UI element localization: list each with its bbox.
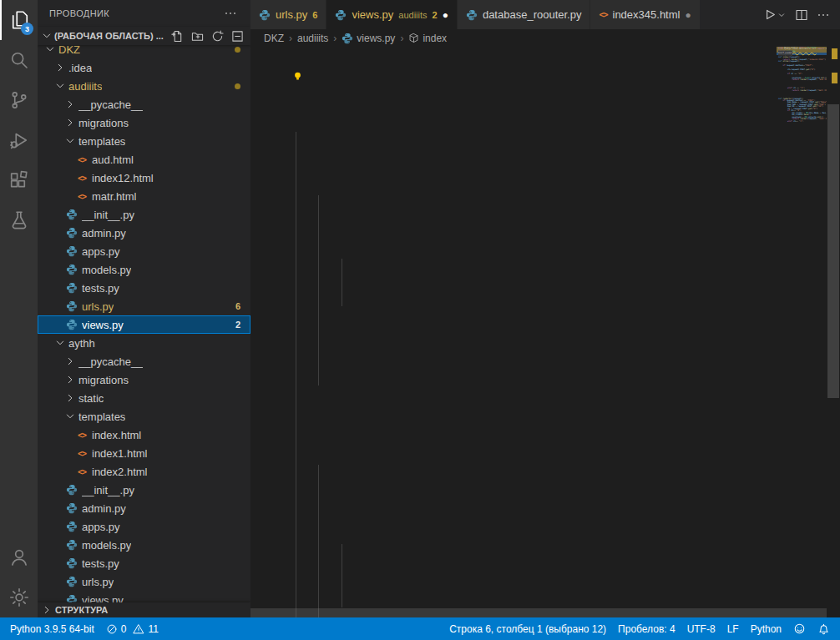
chevron-down-icon[interactable] — [64, 411, 76, 422]
code-line[interactable]: 14 ch=request.POST.get("R") — [250, 211, 777, 227]
code-line[interactable]: 17 — [250, 259, 777, 275]
code-line[interactable]: 5 import datetime — [250, 68, 777, 84]
tree-item-dkz[interactable]: DKZ — [38, 45, 250, 58]
activity-run-and-debug[interactable] — [0, 120, 38, 160]
code-line[interactable]: 35 md_create = MD(Fio_Name = Res_PWD,Fio… — [250, 544, 777, 560]
activity-source-control[interactable] — [0, 80, 38, 120]
status-indentation[interactable]: Пробелов: 4 — [618, 623, 676, 635]
tree-item-index2-html[interactable]: <>index2.html — [38, 462, 250, 481]
code-line[interactable]: 29 if request.method == 'POST': — [250, 449, 777, 465]
code-line[interactable]: 12 if request.method=="POST": — [250, 179, 777, 195]
tab-index345-html[interactable]: <> index345.html ● — [590, 0, 700, 29]
run-python-file-icon[interactable] — [762, 8, 787, 22]
tree-item-matr-html[interactable]: <>matr.html — [38, 187, 250, 205]
code-line[interactable]: 13 — [250, 195, 777, 211]
tree-item-index12-html[interactable]: <>index12.html — [38, 169, 250, 187]
horizontal-scrollbar[interactable] — [250, 608, 827, 617]
tree-item-index1-html[interactable]: <>index1.html — [38, 444, 250, 462]
tree-item-admin-py[interactable]: admin.py — [38, 499, 250, 517]
code-line[interactable]: 16 if ch == "0": — [250, 243, 777, 259]
status-notifications[interactable] — [817, 622, 830, 635]
tree-item-pycache[interactable]: __pycache__ — [38, 352, 250, 370]
code-line[interactable]: 34 if ch== "0": — [250, 528, 777, 544]
breadcrumb-views-py[interactable]: views.py — [342, 33, 395, 44]
lightbulb-icon[interactable] — [292, 71, 303, 82]
status-problems[interactable]: 0 11 — [106, 623, 159, 635]
chevron-down-icon[interactable] — [64, 135, 76, 147]
code-line[interactable]: 20 — [250, 306, 777, 322]
code-line[interactable]: 25 — [250, 386, 777, 401]
chevron-right-icon[interactable] — [64, 392, 76, 404]
code-line[interactable]: 19 return render(request, "aud.html",{'n… — [250, 290, 777, 306]
tree-item-aud-html[interactable]: <>aud.html — [38, 150, 250, 169]
code-line[interactable]: 10 def stran(request): — [250, 148, 777, 164]
code-line[interactable]: 6 @csrf_exempt — [250, 84, 777, 100]
code-line[interactable]: 18 peopless = Audit.objects.all() — [250, 275, 777, 290]
tree-item-idea[interactable]: .idea — [38, 58, 250, 77]
code-line[interactable]: 7 — [250, 100, 777, 116]
tree-item-templates[interactable]: templates — [38, 407, 250, 426]
tree-item-tests-py[interactable]: tests.py — [38, 279, 250, 297]
breadcrumb-index[interactable]: index — [408, 33, 447, 44]
tree-item-admin-py[interactable]: admin.py — [38, 224, 250, 242]
tree-item-urls-py[interactable]: urls.py6 — [38, 297, 250, 315]
status-encoding[interactable]: UTF-8 — [687, 623, 716, 635]
tab-urls-py[interactable]: urls.py 6 — [250, 0, 326, 29]
activity-settings[interactable] — [0, 577, 38, 617]
tree-item-tests-py[interactable]: tests.py — [38, 554, 250, 572]
tree-item-migrations[interactable]: migrations — [38, 370, 250, 389]
new-folder-icon[interactable] — [189, 28, 205, 44]
tree-item-views-py[interactable]: views.py — [38, 591, 250, 602]
code-line[interactable]: 31 Res_PWD = request.POST.get("PWD") — [250, 481, 777, 496]
code-line[interactable]: 23 elif ch == "1": — [250, 354, 777, 370]
refresh-icon[interactable] — [209, 28, 225, 44]
code-line[interactable]: 9 return render(request,"index12.html") — [250, 132, 777, 148]
breadcrumb-dkz[interactable]: DKZ — [264, 33, 284, 44]
code-line[interactable]: 3 from aythh.models import MD,Audit — [250, 47, 777, 53]
status-language-mode[interactable]: Python — [751, 623, 782, 635]
status-feedback[interactable] — [793, 622, 806, 635]
tree-item-models-py[interactable]: models.py — [38, 536, 250, 554]
scrollbar-thumb[interactable] — [827, 104, 839, 398]
activity-search[interactable] — [0, 40, 38, 80]
code-line[interactable]: 15 — [250, 227, 777, 243]
code-line[interactable]: 28 def redactor(request): — [250, 433, 777, 449]
chevron-down-icon[interactable] — [54, 337, 66, 349]
code-line[interactable]: 22 — [250, 338, 777, 354]
activity-explorer[interactable]: 3 — [0, 0, 38, 40]
breadcrumb-audiiits[interactable]: audiiits — [297, 33, 328, 44]
chevron-right-icon[interactable] — [64, 374, 76, 386]
code-line[interactable]: 30 Res_Name = request.POST.get("Name") — [250, 465, 777, 481]
status-cursor-position[interactable]: Строка 6, столбец 1 (выбрано 12) — [449, 623, 606, 635]
chevron-right-icon[interactable] — [64, 98, 76, 110]
chevron-down-icon[interactable] — [54, 80, 66, 92]
code-line[interactable]: 37 peopless = MD.objects.all() — [250, 576, 777, 592]
tree-item-migrations[interactable]: migrations — [38, 113, 250, 132]
tree-item-apps-py[interactable]: apps.py — [38, 242, 250, 260]
chevron-right-icon[interactable] — [64, 117, 76, 129]
code-line[interactable]: 8 def index(request): — [250, 116, 777, 132]
code-line[interactable]: 21 — [250, 322, 777, 338]
tree-item-pycache[interactable]: __pycache__ — [38, 95, 250, 113]
chevron-down-icon[interactable] — [44, 45, 56, 55]
tree-item-init-py[interactable]: __init__.py — [38, 205, 250, 224]
tab-database-roouter-py[interactable]: database_roouter.py — [458, 0, 591, 29]
tree-item-models-py[interactable]: models.py — [38, 260, 250, 279]
activity-account[interactable] — [0, 537, 38, 577]
code-line[interactable]: 38 return render(request, "matr.html",{'… — [250, 592, 777, 607]
more-actions-icon[interactable] — [222, 5, 239, 22]
code-line[interactable]: 33 ch = request.POST.get("R") — [250, 512, 777, 528]
tree-item-views-py[interactable]: views.py2 — [38, 315, 250, 334]
tree-item-audiiits[interactable]: audiiits — [38, 77, 250, 95]
more-actions-icon[interactable] — [817, 8, 830, 22]
new-file-icon[interactable] — [169, 28, 185, 44]
collapse-all-icon[interactable] — [229, 28, 245, 44]
code-line[interactable]: 4 from django.views.decorators.csrf impo… — [250, 53, 777, 68]
tree-item-static[interactable]: static — [38, 389, 250, 407]
tree-item-index-html[interactable]: <>index.html — [38, 426, 250, 444]
code-line[interactable]: 26 — [250, 401, 777, 417]
workspace-section-header[interactable]: (РАБОЧАЯ ОБЛАСТЬ) ... — [38, 27, 250, 45]
code-editor[interactable]: 3 from aythh.models import MD,Audit 4 fr… — [250, 47, 840, 617]
tree-item-aythh[interactable]: aythh — [38, 334, 250, 352]
activity-extensions[interactable] — [0, 160, 38, 200]
